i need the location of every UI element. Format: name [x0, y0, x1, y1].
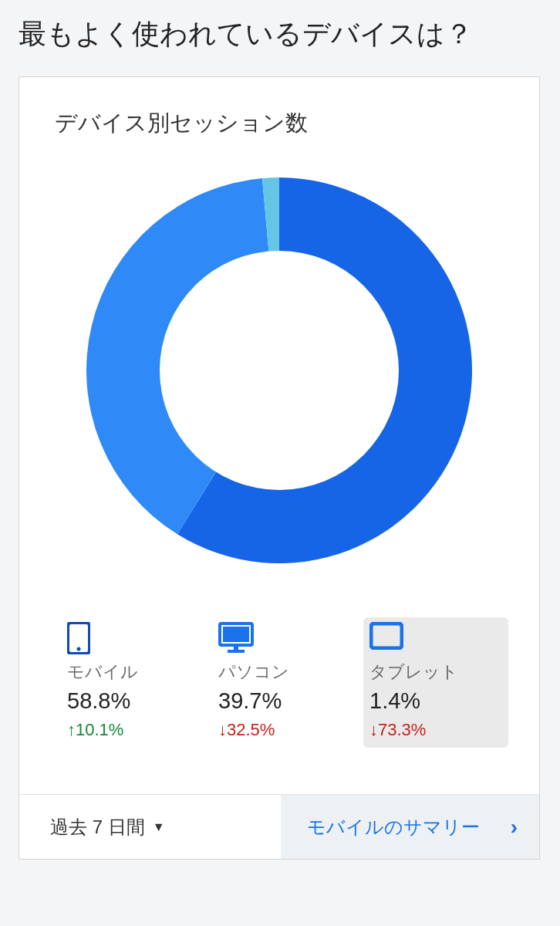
desktop-icon	[218, 622, 351, 653]
legend-change: ↑10.1%	[67, 720, 200, 740]
legend-change: ↓32.5%	[218, 720, 351, 740]
date-range-selector[interactable]: 過去 7 日間 ▼	[19, 795, 281, 859]
mobile-summary-link[interactable]: モバイルのサマリー ›	[281, 795, 539, 859]
card-title: デバイス別セッション数	[19, 108, 539, 139]
legend-item-tablet[interactable]: タブレット1.4%↓73.3%	[363, 617, 508, 748]
chevron-right-icon: ›	[511, 815, 518, 840]
legend-change-value: 73.3%	[378, 720, 426, 739]
legend-item-mobile[interactable]: モバイル58.8%↑10.1%	[61, 617, 206, 748]
svg-rect-4	[223, 627, 249, 642]
legend: モバイル58.8%↑10.1%パソコン39.7%↓32.5%タブレット1.4%↓…	[19, 617, 539, 794]
svg-rect-5	[234, 645, 238, 650]
legend-label: タブレット	[369, 661, 502, 684]
legend-change-value: 32.5%	[227, 720, 275, 739]
mobile-icon	[67, 622, 200, 653]
page-title: 最もよく使われているデバイスは？	[19, 15, 541, 53]
svg-point-2	[77, 647, 81, 651]
card-footer: 過去 7 日間 ▼ モバイルのサマリー ›	[19, 794, 539, 859]
svg-rect-6	[228, 650, 245, 653]
arrow-down-icon: ↓	[218, 720, 227, 739]
date-range-label: 過去 7 日間	[50, 815, 145, 840]
legend-item-desktop[interactable]: パソコン39.7%↓32.5%	[212, 617, 357, 748]
tablet-icon	[369, 622, 502, 653]
legend-change: ↓73.3%	[369, 720, 502, 740]
svg-rect-7	[371, 624, 402, 648]
caret-down-icon: ▼	[153, 820, 165, 834]
legend-label: モバイル	[67, 661, 200, 684]
legend-value: 1.4%	[369, 688, 502, 714]
mobile-summary-label: モバイルのサマリー	[307, 815, 480, 840]
arrow-up-icon: ↑	[67, 720, 76, 739]
arrow-down-icon: ↓	[369, 720, 378, 739]
legend-value: 39.7%	[218, 688, 351, 714]
svg-point-0	[160, 251, 399, 490]
legend-change-value: 10.1%	[76, 720, 123, 739]
donut-chart	[19, 139, 539, 617]
legend-value: 58.8%	[67, 688, 200, 714]
device-sessions-card: デバイス別セッション数 モバイル58.8%↑10.1%パソコン39.7%↓32.…	[19, 76, 540, 860]
legend-label: パソコン	[218, 661, 351, 684]
